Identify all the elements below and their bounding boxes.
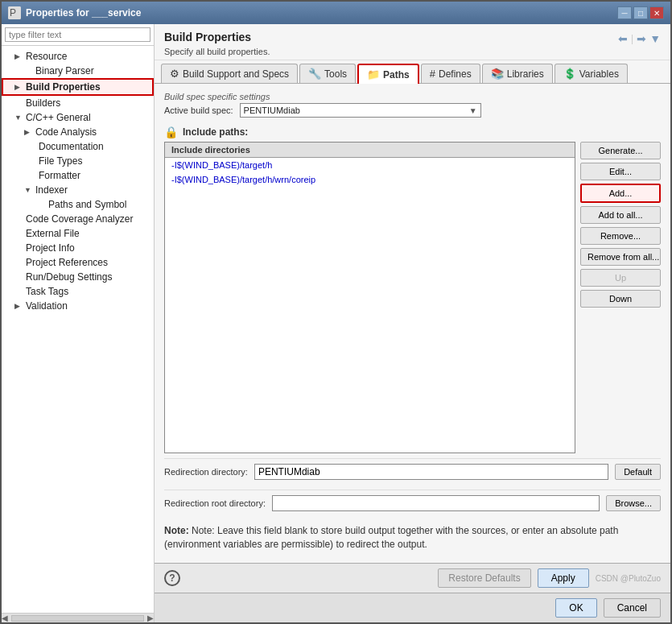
- tab-paths[interactable]: 📁 Paths: [357, 64, 419, 84]
- apply-button[interactable]: Apply: [538, 568, 589, 588]
- maximize-button[interactable]: □: [633, 6, 648, 19]
- redirection-root-input[interactable]: [272, 495, 600, 511]
- tab-defines[interactable]: # Defines: [421, 64, 480, 83]
- table-row[interactable]: -I$(WIND_BASE)/target/h: [165, 158, 575, 172]
- arrow-code-analysis: ▶: [24, 128, 32, 136]
- dropdown-icon[interactable]: ▼: [649, 32, 661, 45]
- tab-build-support-label: Build Support and Specs: [183, 68, 289, 80]
- sidebar-item-formatter[interactable]: Formatter: [2, 168, 154, 183]
- sidebar-item-project-references[interactable]: Project References: [2, 255, 154, 270]
- sidebar-item-project-info[interactable]: Project Info: [2, 241, 154, 255]
- sidebar-item-external-file[interactable]: External File: [2, 226, 154, 241]
- sidebar-item-indexer[interactable]: ▼ Indexer: [2, 183, 154, 197]
- sidebar-item-binary-parser[interactable]: Binary Parser: [2, 64, 154, 78]
- tab-variables-label: Variables: [579, 68, 619, 80]
- tabs-bar: ⚙ Build Support and Specs 🔧 Tools 📁 Path…: [155, 64, 670, 84]
- cancel-button[interactable]: Cancel: [604, 598, 661, 618]
- down-button[interactable]: Down: [580, 290, 661, 308]
- active-build-spec-combo[interactable]: PENTIUMdiab ▼: [240, 103, 481, 118]
- label-task-tags: Task Tags: [26, 286, 68, 297]
- tools-icon: 🔧: [308, 68, 321, 80]
- label-project-references: Project References: [26, 257, 108, 268]
- forward-icon[interactable]: ➡: [637, 32, 646, 45]
- sidebar-item-run-debug[interactable]: Run/Debug Settings: [2, 270, 154, 284]
- label-build-properties: Build Properties: [26, 81, 101, 93]
- generate-button[interactable]: Generate...: [580, 142, 661, 159]
- tab-build-support[interactable]: ⚙ Build Support and Specs: [161, 64, 298, 83]
- remove-button[interactable]: Remove...: [580, 227, 661, 245]
- arrow-validation: ▶: [14, 302, 23, 310]
- include-paths-header: 🔒 Include paths:: [164, 126, 661, 138]
- sidebar-item-paths-symbol[interactable]: Paths and Symbol: [2, 197, 154, 212]
- tab-defines-label: Defines: [439, 68, 472, 80]
- active-build-spec-label: Active build spec:: [164, 105, 233, 115]
- arrow-indexer: ▼: [24, 186, 32, 194]
- minimize-button[interactable]: ─: [617, 6, 632, 19]
- svg-text:P: P: [10, 7, 16, 19]
- label-resource: Resource: [26, 51, 67, 62]
- label-code-analysis: Code Analysis: [35, 126, 97, 138]
- label-cpp-general: C/C++ General: [26, 112, 91, 123]
- defines-icon: #: [430, 68, 435, 80]
- browse-button[interactable]: Browse...: [606, 495, 661, 511]
- main-title: Build Properties: [164, 31, 251, 43]
- edit-button[interactable]: Edit...: [580, 163, 661, 180]
- redirection-dir-value: PENTIUMdiab: [258, 466, 320, 477]
- main-body: Build spec specific settings Active buil…: [155, 84, 670, 563]
- label-code-coverage: Code Coverage Analyzer: [26, 213, 133, 225]
- label-formatter: Formatter: [39, 170, 80, 181]
- sidebar-item-validation[interactable]: ▶ Validation: [2, 299, 154, 313]
- include-paths-label: Include paths:: [183, 126, 248, 138]
- add-to-all-button[interactable]: Add to all...: [580, 206, 661, 224]
- include-buttons: Generate... Edit... Add... Add to all...…: [580, 142, 661, 453]
- watermark: CSDN @PlutoZuo: [596, 574, 661, 583]
- note-label: Note:: [164, 525, 192, 536]
- note-text: Note: Note: Leave this field blank to st…: [164, 521, 661, 555]
- label-indexer: Indexer: [35, 184, 68, 196]
- arrow-resource: ▶: [14, 52, 23, 60]
- sidebar-scrollbar[interactable]: ◀ ▶: [2, 613, 154, 622]
- footer-left: ?: [164, 570, 180, 586]
- remove-from-all-button[interactable]: Remove from all...: [580, 248, 661, 266]
- close-button[interactable]: ✕: [649, 6, 664, 19]
- label-validation: Validation: [26, 300, 68, 312]
- add-button[interactable]: Add...: [580, 184, 661, 203]
- window-title: Properties for ___service: [26, 7, 141, 19]
- help-button[interactable]: ?: [164, 570, 180, 586]
- sidebar-item-code-analysis[interactable]: ▶ Code Analysis: [2, 125, 154, 139]
- default-button[interactable]: Default: [615, 464, 661, 480]
- sidebar-item-cpp-general[interactable]: ▼ C/C++ General: [2, 110, 154, 125]
- tab-libraries-label: Libraries: [507, 68, 544, 80]
- ok-button[interactable]: OK: [555, 598, 596, 618]
- sidebar-item-resource[interactable]: ▶ Resource: [2, 49, 154, 64]
- redirection-dir-input[interactable]: PENTIUMdiab: [254, 464, 608, 480]
- label-builders: Builders: [26, 97, 60, 109]
- scroll-track[interactable]: [11, 615, 144, 622]
- libraries-icon: 📚: [491, 68, 504, 80]
- sidebar-item-documentation[interactable]: Documentation: [2, 139, 154, 154]
- label-file-types: File Types: [39, 155, 82, 167]
- title-bar: P Properties for ___service ─ □ ✕: [2, 2, 670, 24]
- tab-tools[interactable]: 🔧 Tools: [299, 64, 356, 83]
- back-icon[interactable]: ⬅: [618, 32, 628, 45]
- sidebar-item-task-tags[interactable]: Task Tags: [2, 284, 154, 299]
- label-paths-symbol: Paths and Symbol: [48, 199, 126, 210]
- scroll-left-icon[interactable]: ◀: [2, 614, 8, 622]
- table-header: Include directories: [165, 143, 575, 158]
- sidebar-item-builders[interactable]: Builders: [2, 96, 154, 110]
- scroll-right-icon[interactable]: ▶: [147, 614, 154, 622]
- sidebar-item-file-types[interactable]: File Types: [2, 154, 154, 168]
- filter-input[interactable]: [5, 27, 150, 42]
- up-button[interactable]: Up: [580, 269, 661, 287]
- content-area: ▶ Resource Binary Parser ▶ Build Propert…: [2, 24, 670, 622]
- redirection-root-row: Redirection root directory: Browse...: [164, 490, 661, 516]
- sidebar-item-code-coverage[interactable]: Code Coverage Analyzer: [2, 212, 154, 226]
- tab-libraries[interactable]: 📚 Libraries: [482, 64, 553, 83]
- note-content: Note: Leave this field blank to store bu…: [164, 525, 618, 550]
- label-project-info: Project Info: [26, 242, 75, 254]
- restore-defaults-button[interactable]: Restore Defaults: [438, 568, 530, 588]
- sidebar-item-build-properties[interactable]: ▶ Build Properties: [2, 78, 154, 96]
- tab-variables[interactable]: 💲 Variables: [555, 64, 628, 83]
- arrow-build-props: ▶: [14, 83, 23, 91]
- table-row[interactable]: -I$(WIND_BASE)/target/h/wrn/coreip: [165, 172, 575, 187]
